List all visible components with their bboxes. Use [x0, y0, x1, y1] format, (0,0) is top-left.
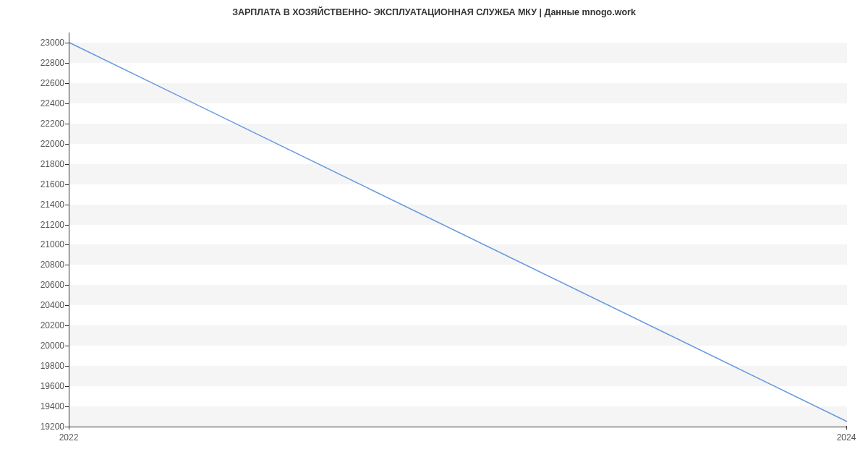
y-tick-label: 22200: [41, 119, 64, 129]
y-tick-label: 19800: [41, 361, 64, 371]
y-tick-mark: [65, 124, 69, 124]
y-tick-mark: [65, 103, 69, 104]
x-tick-mark: [846, 426, 847, 430]
y-tick-label: 19200: [41, 422, 64, 432]
y-tick-label: 22000: [41, 139, 64, 149]
y-tick-label: 19600: [41, 381, 64, 391]
y-tick-mark: [65, 305, 69, 306]
x-tick-mark: [69, 426, 69, 430]
y-tick-mark: [65, 265, 69, 265]
y-tick-mark: [65, 346, 69, 346]
x-tick-label: 2022: [59, 432, 79, 443]
y-tick-label: 22600: [41, 78, 64, 88]
chart-title: ЗАРПЛАТА В ХОЗЯЙСТВЕННО- ЭКСПЛУАТАЦИОННА…: [0, 7, 868, 17]
y-tick-mark: [65, 366, 69, 367]
y-tick-mark: [65, 285, 69, 286]
y-tick-mark: [65, 184, 69, 185]
y-tick-label: 22400: [41, 98, 64, 108]
y-tick-label: 20800: [41, 260, 64, 270]
data-line: [69, 43, 847, 422]
y-tick-label: 21600: [41, 179, 64, 189]
y-tick-mark: [65, 325, 69, 326]
y-tick-label: 21400: [41, 200, 64, 210]
y-tick-mark: [65, 205, 69, 205]
x-tick-label: 2024: [837, 432, 856, 443]
y-tick-mark: [65, 386, 69, 387]
y-tick-mark: [65, 164, 69, 165]
chart-container: ЗАРПЛАТА В ХОЗЯЙСТВЕННО- ЭКСПЛУАТАЦИОННА…: [0, 0, 868, 470]
y-tick-mark: [65, 63, 69, 64]
y-tick-mark: [65, 225, 69, 226]
y-tick-label: 20000: [41, 341, 64, 351]
y-tick-mark: [65, 244, 69, 245]
y-tick-label: 21200: [41, 220, 64, 230]
line-series: [69, 33, 847, 427]
y-tick-mark: [65, 43, 69, 43]
y-tick-label: 22800: [41, 58, 64, 68]
plot-area: [69, 33, 847, 427]
y-tick-label: 20600: [41, 280, 64, 290]
y-tick-mark: [65, 406, 69, 407]
y-tick-mark: [65, 144, 69, 145]
y-tick-label: 23000: [41, 38, 64, 48]
y-tick-label: 21000: [41, 239, 64, 249]
y-tick-label: 20200: [41, 320, 64, 330]
y-tick-label: 20400: [41, 300, 64, 310]
y-tick-mark: [65, 83, 69, 84]
y-tick-label: 19400: [41, 401, 64, 411]
y-tick-label: 21800: [41, 159, 64, 169]
